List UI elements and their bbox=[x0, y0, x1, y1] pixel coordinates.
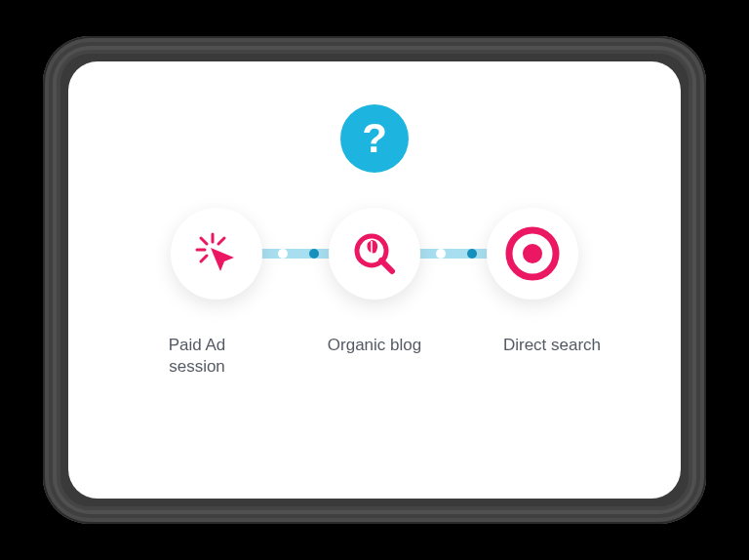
svg-line-4 bbox=[201, 256, 207, 261]
label-direct-search: Direct search bbox=[498, 335, 606, 378]
step-paid-ad bbox=[171, 208, 262, 300]
svg-line-3 bbox=[218, 238, 224, 244]
device-frame: ? bbox=[43, 36, 706, 524]
flow-connector bbox=[418, 249, 489, 259]
click-icon bbox=[191, 228, 242, 279]
step-labels: Paid Ad session Organic blog Direct sear… bbox=[143, 335, 606, 378]
flow-connector bbox=[260, 249, 331, 259]
attribution-flow bbox=[171, 208, 578, 300]
svg-line-6 bbox=[381, 260, 392, 271]
step-organic-blog bbox=[329, 208, 420, 300]
step-direct-search bbox=[487, 208, 578, 300]
leaf-search-icon bbox=[348, 227, 401, 280]
target-icon bbox=[505, 226, 560, 281]
svg-point-9 bbox=[523, 244, 542, 263]
screen: ? bbox=[68, 61, 681, 499]
label-organic-blog: Organic blog bbox=[321, 335, 428, 378]
question-mark-icon: ? bbox=[362, 115, 387, 162]
svg-line-2 bbox=[201, 238, 207, 244]
label-paid-ad: Paid Ad session bbox=[143, 335, 251, 378]
question-badge: ? bbox=[340, 104, 409, 173]
